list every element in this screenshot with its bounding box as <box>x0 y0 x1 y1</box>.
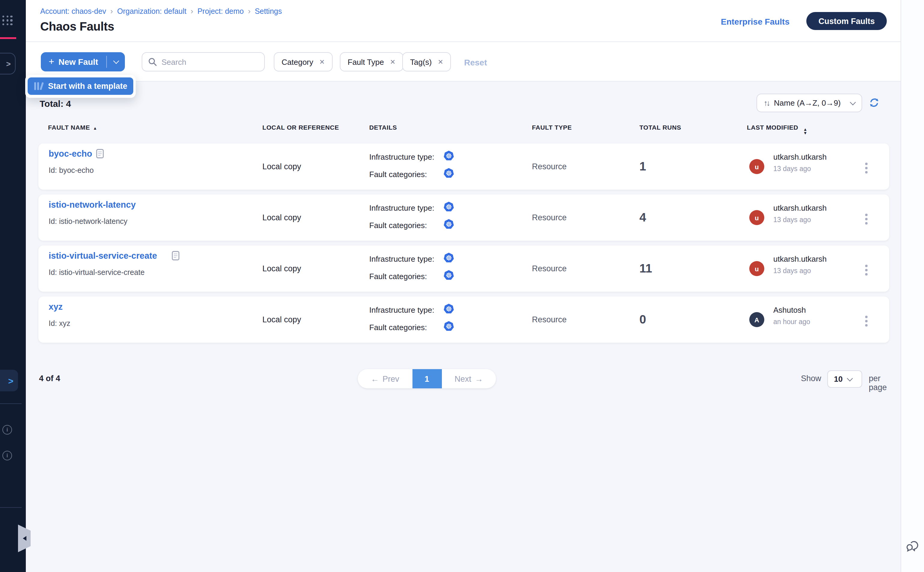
row-menu-button[interactable] <box>863 262 870 278</box>
sidebar-expand-button[interactable]: > <box>0 53 16 75</box>
filter-label: Fault Type <box>348 58 384 66</box>
sidebar-divider <box>0 403 22 404</box>
toolbar: + New Fault Category ✕ Fault Type <box>26 42 901 82</box>
sort-asc-icon: ▲ <box>93 126 97 130</box>
kubernetes-icon: ☸ <box>444 321 454 331</box>
row-menu-button[interactable] <box>863 160 870 176</box>
modified-by-user: utkarsh.utkarsh <box>773 204 827 213</box>
fault-id: Id: xyz <box>49 319 70 328</box>
fault-type-value: Resource <box>532 246 567 292</box>
sort-arrows-icon: ↑↓ <box>764 98 769 107</box>
col-last-modified[interactable]: LAST MODIFIED ▲▼ <box>747 124 807 135</box>
local-or-reference-value: Local copy <box>262 194 301 241</box>
info-icon[interactable]: i <box>2 425 12 435</box>
local-or-reference-value: Local copy <box>262 143 301 190</box>
search-input[interactable] <box>142 52 265 72</box>
prev-page-button[interactable]: ← Prev <box>358 369 412 389</box>
help-chat-icon[interactable] <box>905 538 920 556</box>
col-fault-name[interactable]: FAULT NAME▲ <box>48 124 97 131</box>
show-label: Show <box>801 374 821 383</box>
breadcrumb-settings[interactable]: Settings <box>255 7 282 16</box>
arrow-left-icon: ← <box>371 374 379 383</box>
chevron-down-icon <box>113 58 119 64</box>
row-menu-button[interactable] <box>863 313 870 329</box>
col-details: DETAILS <box>369 124 397 131</box>
chevron-right-icon: › <box>191 6 193 16</box>
kubernetes-icon: ☸ <box>444 151 454 161</box>
close-icon[interactable]: ✕ <box>390 58 395 66</box>
total-runs-value: 1 <box>639 143 646 190</box>
page-size-dropdown[interactable]: 10 <box>828 370 862 388</box>
filter-category-chip[interactable]: Category ✕ <box>274 52 333 72</box>
manifest-copy-icon[interactable] <box>172 251 179 263</box>
breadcrumb: Account: chaos-dev › Organization: defau… <box>40 7 282 16</box>
main-area: Account: chaos-dev › Organization: defau… <box>26 0 901 572</box>
close-icon[interactable]: ✕ <box>438 58 443 66</box>
modified-time: 13 days ago <box>773 216 811 223</box>
fault-type-value: Resource <box>532 194 567 241</box>
table-row: istio-virtual-service-create Id: istio-v… <box>39 246 889 292</box>
per-page-label: per page <box>869 374 901 392</box>
row-menu-button[interactable] <box>863 211 870 227</box>
right-utility-strip <box>901 0 924 572</box>
col-fault-type: FAULT TYPE <box>532 124 572 131</box>
plus-icon: + <box>49 56 54 67</box>
modified-time: 13 days ago <box>773 267 811 274</box>
sort-label: Name (A→Z, 0→9) <box>774 98 841 107</box>
infra-type-label: Infrastructure type: <box>369 255 434 264</box>
filter-fault-type-chip[interactable]: Fault Type ✕ <box>340 52 403 72</box>
manifest-copy-icon[interactable] <box>96 149 104 161</box>
info-icon[interactable]: i <box>2 451 12 460</box>
new-fault-dropdown-button[interactable] <box>107 52 125 72</box>
avatar: u <box>749 261 764 276</box>
pagination: ← Prev 1 Next → <box>358 369 496 389</box>
sort-dropdown[interactable]: ↑↓ Name (A→Z, 0→9) <box>756 94 862 112</box>
kubernetes-icon: ☸ <box>444 304 454 314</box>
fault-type-value: Resource <box>532 297 567 343</box>
new-fault-main[interactable]: + New Fault <box>41 52 107 72</box>
close-icon[interactable]: ✕ <box>319 58 325 66</box>
total-runs-value: 0 <box>639 297 646 343</box>
chevron-down-icon <box>847 375 853 381</box>
apps-grid-icon[interactable] <box>2 16 12 25</box>
fault-name-link[interactable]: xyz <box>49 302 63 311</box>
refresh-button[interactable] <box>869 97 880 110</box>
fault-list-content: Total: 4 ↑↓ Name (A→Z, 0→9) FAULT NAME▲ <box>26 82 901 572</box>
fault-name-link[interactable]: istio-virtual-service-create <box>49 251 157 261</box>
modified-by-user: utkarsh.utkarsh <box>773 152 827 162</box>
sidebar-divider <box>0 507 22 508</box>
page-title: Chaos Faults <box>40 20 114 34</box>
enterprise-faults-link[interactable]: Enterprise Faults <box>721 17 790 26</box>
kubernetes-icon: ☸ <box>444 219 454 229</box>
fault-type-value: Resource <box>532 143 567 190</box>
filter-tags-chip[interactable]: Tag(s) ✕ <box>402 52 451 72</box>
kubernetes-icon: ☸ <box>444 168 454 178</box>
fault-categories-label: Fault categories: <box>369 221 427 230</box>
fault-name-link[interactable]: byoc-echo <box>49 149 92 159</box>
total-runs-value: 11 <box>639 246 652 292</box>
kubernetes-icon: ☸ <box>444 270 454 280</box>
accent-line <box>0 37 16 39</box>
breadcrumb-organization[interactable]: Organization: default <box>117 7 187 16</box>
sidebar-collapse-toggle[interactable]: > <box>0 370 18 391</box>
fault-name-link[interactable]: istio-network-latency <box>49 200 136 210</box>
filter-label: Tag(s) <box>410 58 432 66</box>
local-or-reference-value: Local copy <box>262 246 301 292</box>
chevron-right-icon: › <box>248 6 250 16</box>
fault-categories-label: Fault categories: <box>369 323 427 332</box>
start-with-template-item[interactable]: Start with a template <box>28 78 133 95</box>
infra-type-label: Infrastructure type: <box>369 306 434 314</box>
fault-id: Id: istio-network-latency <box>49 217 128 226</box>
reset-filters-link[interactable]: Reset <box>464 58 487 67</box>
new-fault-label: New Fault <box>59 57 98 67</box>
breadcrumb-account[interactable]: Account: chaos-dev <box>40 7 106 16</box>
modified-time: an hour ago <box>773 318 810 325</box>
breadcrumb-project[interactable]: Project: demo <box>198 7 244 16</box>
fault-categories-label: Fault categories: <box>369 170 427 179</box>
avatar: A <box>749 312 764 327</box>
new-fault-button[interactable]: + New Fault <box>41 52 125 72</box>
page-1-button[interactable]: 1 <box>412 369 442 389</box>
next-page-button[interactable]: Next → <box>442 369 496 389</box>
custom-faults-button[interactable]: Custom Faults <box>806 12 887 30</box>
table-row: istio-network-latency Id: istio-network-… <box>39 194 889 241</box>
